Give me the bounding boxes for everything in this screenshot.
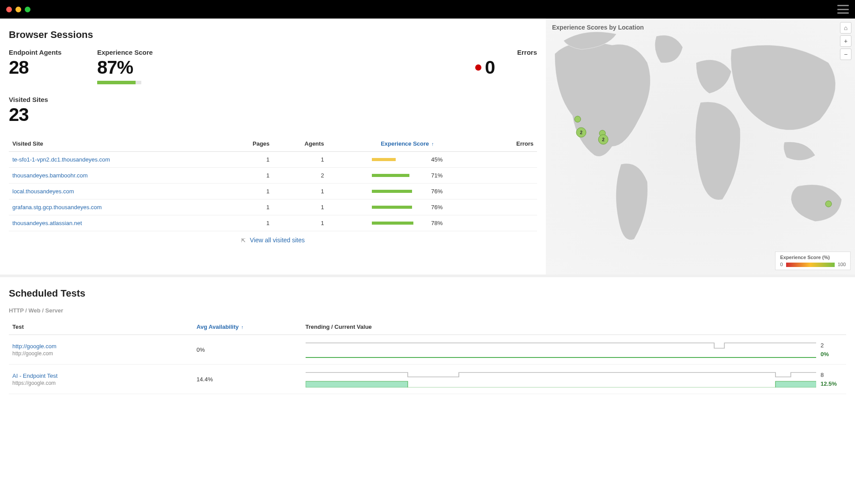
col-agents[interactable]: Agents	[273, 136, 327, 152]
errors-cell	[487, 215, 537, 231]
browser-sessions-title: Browser Sessions	[9, 29, 537, 41]
minimize-window-button[interactable]	[15, 7, 21, 12]
test-subtext: http://google.com	[12, 350, 189, 357]
score-cell: 76%	[328, 184, 487, 199]
trend-value: 12.5%	[821, 380, 843, 387]
legend-max: 100	[838, 262, 846, 267]
sparkline	[306, 380, 816, 387]
pages-cell: 1	[224, 168, 273, 184]
col-pages[interactable]: Pages	[224, 136, 273, 152]
close-window-button[interactable]	[6, 7, 12, 12]
legend-gradient	[786, 263, 835, 267]
agents-cell: 1	[273, 152, 327, 168]
trend-value: 2	[821, 342, 843, 349]
pages-cell: 1	[224, 152, 273, 168]
stat-value: 28	[9, 58, 71, 77]
menu-icon[interactable]	[837, 5, 849, 14]
availability-cell: 0%	[193, 335, 302, 365]
visited-site-link[interactable]: thousandeyes.atlassian.net	[12, 220, 82, 226]
experience-map-panel: Experience Scores by Location ⌂ + −	[546, 19, 855, 275]
map-marker-count: 2	[602, 137, 605, 142]
errors-cell	[487, 199, 537, 215]
trend-metric-2: 0%	[306, 350, 843, 358]
visited-site-link[interactable]: local.thousandeyes.com	[12, 188, 74, 195]
visited-sites-table: Visited Site Pages Agents Experience Sco…	[9, 136, 537, 231]
score-cell: 71%	[328, 168, 487, 184]
view-all-link[interactable]: View all visited sites	[250, 237, 305, 244]
pages-cell: 1	[224, 199, 273, 215]
stat-value: 23	[9, 105, 71, 124]
pages-cell: 1	[224, 184, 273, 199]
world-map[interactable]: 22	[546, 19, 855, 275]
table-row: http://google.comhttp://google.com0%20%	[9, 335, 846, 365]
col-experience-score-label: Experience Score	[381, 140, 429, 147]
col-visited-site[interactable]: Visited Site	[9, 136, 224, 152]
table-row: local.thousandeyes.com1176%	[9, 184, 537, 199]
errors-cell	[487, 168, 537, 184]
experience-score-bar	[97, 81, 141, 84]
score-cell: 45%	[328, 152, 487, 168]
trend-metric-1: 8	[306, 371, 843, 379]
map-title: Experience Scores by Location	[552, 24, 644, 31]
col-experience-score[interactable]: Experience Score ↑	[328, 136, 487, 152]
map-legend: Experience Score (%) 0 100	[775, 252, 851, 270]
score-cell: 76%	[328, 199, 487, 215]
stat-errors: Errors 0	[475, 49, 537, 84]
scheduled-tests-title: Scheduled Tests	[9, 288, 846, 299]
test-link[interactable]: AI - Endpoint Test	[12, 372, 189, 379]
stat-visited-sites: Visited Sites 23	[9, 96, 71, 124]
table-row: te-sfo1-1-vpn2.dc1.thousandeyes.com1145%	[9, 152, 537, 168]
col-test[interactable]: Test	[9, 319, 193, 335]
availability-cell: 14.4%	[193, 365, 302, 394]
map-home-button[interactable]: ⌂	[840, 22, 851, 34]
stat-label: Endpoint Agents	[9, 49, 71, 56]
trend-metric-1: 2	[306, 341, 843, 349]
scheduled-tests-table: Test Avg Availability ↑ Trending / Curre…	[9, 319, 846, 394]
col-avg-availability-label: Avg Availability	[197, 323, 238, 330]
table-row: AI - Endpoint Testhttps://google.com14.4…	[9, 365, 846, 394]
col-trending[interactable]: Trending / Current Value	[302, 319, 846, 335]
table-row: thousandeyes.atlassian.net1178%	[9, 215, 537, 231]
error-status-icon	[475, 64, 481, 71]
score-cell: 78%	[328, 215, 487, 231]
col-avg-availability[interactable]: Avg Availability ↑	[193, 319, 302, 335]
legend-min: 0	[780, 262, 783, 267]
agents-cell: 1	[273, 199, 327, 215]
visited-site-link[interactable]: grafana.stg.gcp.thousandeyes.com	[12, 204, 102, 211]
pages-cell: 1	[224, 215, 273, 231]
table-row: thousandeyes.bamboohr.com1271%	[9, 168, 537, 184]
sort-asc-icon: ↑	[431, 141, 434, 147]
map-location-marker[interactable]	[825, 201, 832, 207]
stat-value: 87%	[97, 58, 159, 77]
view-all-visited-sites[interactable]: ⇱ View all visited sites	[9, 231, 537, 245]
maximize-window-button[interactable]	[25, 7, 30, 12]
stat-value: 0	[475, 58, 537, 77]
col-errors[interactable]: Errors	[487, 136, 537, 152]
errors-count: 0	[485, 58, 495, 77]
legend-title: Experience Score (%)	[780, 255, 846, 260]
traffic-lights	[6, 7, 30, 12]
test-subtext: https://google.com	[12, 380, 189, 386]
map-location-marker[interactable]	[575, 116, 581, 122]
sparkline	[306, 371, 816, 379]
table-row: grafana.stg.gcp.thousandeyes.com1176%	[9, 199, 537, 215]
agents-cell: 2	[273, 168, 327, 184]
errors-cell	[487, 184, 537, 199]
scheduled-tests-subtitle: HTTP / Web / Server	[9, 307, 846, 314]
external-link-icon: ⇱	[241, 237, 246, 244]
test-link[interactable]: http://google.com	[12, 343, 189, 350]
map-zoom-out-button[interactable]: −	[840, 49, 851, 60]
stat-label: Errors	[475, 49, 537, 56]
trend-value: 0%	[821, 351, 843, 357]
stat-label: Visited Sites	[9, 96, 71, 103]
visited-site-link[interactable]: thousandeyes.bamboohr.com	[12, 172, 88, 179]
map-zoom-in-button[interactable]: +	[840, 35, 851, 47]
stat-experience-score: Experience Score 87%	[97, 49, 159, 84]
errors-cell	[487, 152, 537, 168]
trend-value: 8	[821, 372, 843, 378]
sparkline	[306, 350, 816, 358]
sparkline	[306, 341, 816, 349]
stat-label: Experience Score	[97, 49, 159, 56]
visited-site-link[interactable]: te-sfo1-1-vpn2.dc1.thousandeyes.com	[12, 156, 110, 163]
agents-cell: 1	[273, 184, 327, 199]
